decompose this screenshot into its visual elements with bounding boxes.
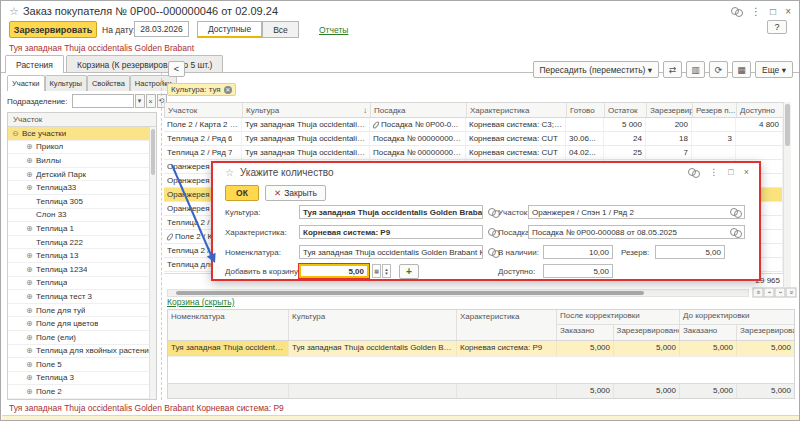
col-rezerv[interactable]: Резерв п... [693,103,737,117]
favorite-star-icon[interactable]: ☆ [9,5,19,17]
col-kultura[interactable]: Культура↓ [243,103,371,117]
open-link-icon[interactable] [730,208,741,217]
toggle-available[interactable]: Доступные [197,21,262,38]
tree-item[interactable]: Все участки [8,127,156,141]
tree-header[interactable]: Участок [8,113,156,127]
col-gotovo[interactable]: Готово [567,103,605,117]
nav-prev-icon[interactable]: ‹ [764,288,775,298]
plants-hscrollbar-thumb[interactable] [176,291,644,295]
col-zakazano[interactable]: Заказано [557,325,614,340]
tree-scrollbar-thumb[interactable] [151,129,155,175]
expand-icon[interactable] [26,373,36,382]
maximize-icon[interactable]: □ [770,6,776,17]
tree-item[interactable]: Теплица 3 [8,372,156,386]
nav-first-icon[interactable]: « [753,288,764,298]
tree-item[interactable]: Поле для туй [8,304,156,318]
col-nomenklatura[interactable]: Номенклатура [168,310,289,340]
tree-item[interactable]: Виллы [8,154,156,168]
toggle-all[interactable]: Все [262,21,299,38]
tab-svoystva[interactable]: Свойства [87,75,130,91]
move-mode-icon[interactable]: ⇄ [663,61,682,78]
nav-next-icon[interactable]: › [775,288,786,298]
ok-button[interactable]: ОК [225,185,259,201]
tree-item[interactable]: Теплица 222 [8,236,156,250]
tree-item[interactable]: Поле для цветов [8,317,156,331]
transplant-button[interactable]: Пересадить (переместить) ▾ [533,61,660,78]
link-icon[interactable] [731,7,742,16]
nomenklatura-field[interactable]: Туя западная Thuja occidentalis Golden B… [299,245,483,259]
tab-plants[interactable]: Растения [5,55,64,73]
kultura-field[interactable]: Туя западная Thuja occidentalis Golden B… [299,205,483,219]
close-icon[interactable]: × [744,167,749,177]
expand-icon[interactable] [26,251,36,260]
tree-scrollbar[interactable] [149,127,156,399]
expand-icon[interactable] [26,142,36,151]
spin-down-icon[interactable]: ▾ [385,271,388,275]
expand-icon[interactable] [12,129,22,138]
expand-icon[interactable] [26,292,36,301]
columns-icon[interactable]: ▥ [686,61,705,78]
expand-icon[interactable] [26,319,36,328]
col-uchastok[interactable]: Участок [165,103,243,117]
refresh-icon[interactable]: ⟳ [709,61,728,78]
harakteristika-field[interactable]: Корневая система: Р9 [299,225,483,239]
expand-icon[interactable] [26,265,36,274]
tree-item[interactable]: Теплица 1234 [8,263,156,277]
col-zarezervirovano[interactable]: Зарезервировано [737,325,794,340]
reports-link[interactable]: Отчеты [319,25,348,35]
clear-icon[interactable]: × [146,94,156,108]
plants-hscrollbar[interactable] [167,289,749,297]
expand-icon[interactable] [26,346,36,355]
expand-icon[interactable] [26,170,36,179]
col-zarezervirovano[interactable]: Зарезервировано [614,325,679,340]
add-button[interactable]: + [399,264,419,279]
more-button[interactable]: Еще ▾ [755,61,793,78]
plants-vscrollbar[interactable] [783,102,791,287]
close-icon[interactable]: × [785,6,791,17]
col-harakteristika[interactable]: Характеристика [457,310,557,340]
expand-icon[interactable] [26,278,36,287]
nav-last-icon[interactable]: » [786,288,797,298]
table-row[interactable]: Поле 2 / Карта 2 / Ряд 7 Туя западная Th… [164,118,791,132]
tree-item[interactable]: Теплица33 [8,181,156,195]
col-harakteristika[interactable]: Характеристика [467,103,567,117]
help-button[interactable]: ? [767,20,787,34]
tree-item[interactable]: Детский Парк [8,168,156,182]
tab-kultury[interactable]: Культуры [45,75,87,91]
remove-filter-icon[interactable]: ✕ [224,86,232,94]
close-button[interactable]: ✕Закрыть [265,185,326,201]
tree-item[interactable]: Поле (ели) [8,331,156,345]
tree-item[interactable]: Поле 5 [8,358,156,372]
cart-row[interactable]: Туя западная Thuja occidentalis ... Туя … [168,341,794,357]
col-zakazano[interactable]: Заказано [680,325,737,340]
open-link-icon[interactable] [730,228,741,237]
tree-item[interactable]: Теплица 1 [8,222,156,236]
tree-item[interactable]: Теплица для хвойных растений [8,345,156,359]
tree-item[interactable]: Теплица тест 3 [8,290,156,304]
col-dostupno[interactable]: Доступно [737,103,784,117]
tree-item[interactable]: Теплица 13 [8,249,156,263]
calculator-icon[interactable]: ▦ [372,264,381,278]
expand-icon[interactable] [26,156,36,165]
uchastok-field[interactable]: Оранжерея / Спэн 1 / Ряд 2 [528,205,745,219]
chevron-down-icon[interactable]: ▾ [135,94,145,108]
expand-icon[interactable] [26,387,36,396]
quantity-input[interactable]: 5,00 [299,264,369,278]
tab-cart[interactable]: Корзина (К резервированию 5 шт.) [66,55,224,73]
col-posadka[interactable]: Посадка [371,103,467,117]
grid-view-icon[interactable]: ▦ [732,61,751,78]
col-zarezervirovano[interactable]: Зарезервир... [647,103,693,117]
date-input[interactable]: 28.03.2026 [134,21,189,37]
col-ostatok[interactable]: Остаток [605,103,647,117]
tree-item[interactable]: Теплица 305 [8,195,156,209]
tree-item[interactable]: Теплица [8,277,156,291]
expand-icon[interactable] [26,183,36,192]
favorite-star-icon[interactable]: ☆ [225,167,234,178]
table-row[interactable]: Теплица 2 / Ряд 7 Туя западная Thuja occ… [164,146,791,160]
filter-chip[interactable]: Культура: туя ✕ [167,83,236,96]
tab-uchastki[interactable]: Участки [7,75,45,91]
tree-item[interactable]: Поле 2 [8,385,156,399]
cart-collapse-link[interactable]: Корзина (скрыть) [167,297,235,307]
maximize-icon[interactable]: □ [728,167,733,177]
expand-icon[interactable] [26,224,36,233]
